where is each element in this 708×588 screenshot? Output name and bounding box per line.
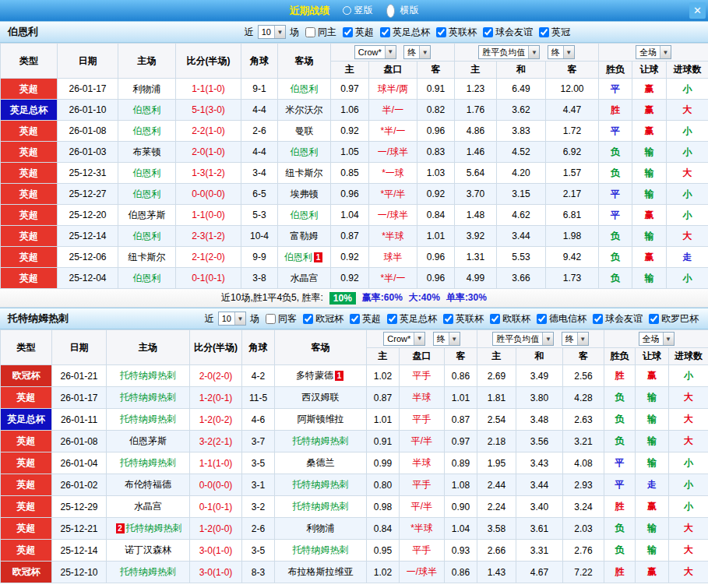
eu-draw-odds-cell: 3.44	[497, 226, 546, 247]
subcol-goals: 进球数	[667, 62, 708, 79]
filter-checkbox-欧冠杯[interactable]	[303, 314, 313, 324]
filter-checkbox-欧罗巴杯[interactable]	[649, 314, 659, 324]
handicap-result-cell: 输	[636, 452, 669, 474]
league-cell: 英超	[1, 121, 58, 142]
eu-home-odds-cell: 2.54	[477, 409, 516, 431]
subcol-ah-away: 客	[445, 348, 477, 365]
red-card-badge: 2	[116, 523, 125, 533]
asian-odds-time-select[interactable]: 终▼	[403, 45, 431, 59]
match-row: 英超25-12-14伯恩利2-3(1-2)10-4富勒姆0.87*半球1.013…	[1, 226, 708, 247]
filter-checkbox-英超[interactable]	[350, 314, 360, 324]
date-cell: 26-01-17	[58, 79, 118, 100]
col-header-home: 主场	[118, 44, 176, 79]
red-card-badge: 1	[314, 252, 322, 262]
section-burnley: 伯恩利 近10▼场同主英超英足总杯英联杯球会友谊英冠 类型 日期 主场 比分(半…	[0, 21, 708, 308]
goals-result-cell: 大	[669, 562, 708, 583]
subcol-result: 胜负	[599, 62, 632, 79]
match-count-select[interactable]: 10▼	[218, 312, 246, 326]
fulltime-select[interactable]: 全场▼	[636, 45, 671, 59]
section-header: 伯恩利 近10▼场同主英超英足总杯英联杯球会友谊英冠	[0, 21, 708, 43]
close-icon[interactable]: ✕	[689, 2, 706, 19]
corner-cell: 3-4	[241, 163, 278, 184]
filter-checkbox-英联杯[interactable]	[443, 314, 453, 324]
ah-home-odds-cell: 0.97	[331, 79, 369, 100]
league-cell: 英超	[1, 268, 58, 289]
subcol-ah-away: 客	[417, 62, 455, 79]
filter-checkbox-英超[interactable]	[343, 27, 353, 37]
handicap-cell: *半/一	[369, 268, 417, 289]
match-count-select[interactable]: 10▼	[258, 25, 286, 39]
section-header: 托特纳姆热刺 近10▼场同客欧冠杯英超英足总杯英联杯欧联杯德电信杯球会友谊欧罗巴…	[0, 308, 708, 329]
handicap-cell: *一球	[369, 163, 417, 184]
filter-checkbox-英联杯[interactable]	[436, 27, 446, 37]
eu-draw-odds-cell: 4.20	[497, 163, 546, 184]
filter-label: 英联杯	[456, 312, 484, 326]
corner-cell: 3-7	[242, 431, 275, 452]
ah-away-odds-cell: 0.89	[445, 452, 477, 474]
filter-checkbox-欧联杯[interactable]	[490, 314, 500, 324]
corner-cell: 9-9	[241, 247, 278, 268]
eu-home-odds-cell: 4.86	[455, 121, 497, 142]
away-team-cell: 多特蒙德1	[275, 365, 367, 387]
euro-odds-time-select[interactable]: 终▼	[548, 45, 575, 59]
eu-away-odds-cell: 2.56	[563, 365, 604, 387]
away-team-cell: 布拉格斯拉维亚	[275, 562, 367, 583]
ah-home-odds-cell: 0.92	[331, 121, 369, 142]
handicap-cell: 半球	[400, 387, 445, 409]
ah-home-odds-cell: 0.92	[331, 247, 369, 268]
ah-home-odds-cell: 0.95	[367, 540, 400, 562]
ah-home-odds-cell: 0.91	[367, 431, 400, 452]
ah-home-odds-cell: 1.02	[367, 365, 400, 387]
filter-checkbox-球会友谊[interactable]	[593, 314, 603, 324]
league-cell: 英超	[1, 474, 52, 496]
subcol-ah-home: 主	[331, 62, 369, 79]
asian-odds-time-select[interactable]: 终▼	[433, 332, 460, 346]
filter-label: 英联杯	[449, 26, 477, 39]
league-cell: 英超	[1, 518, 52, 540]
eu-away-odds-cell: 7.22	[563, 562, 604, 583]
match-row: 英超26-01-04托特纳姆热刺1-1(1-0)3-5桑德兰0.99半球0.89…	[1, 452, 708, 474]
date-cell: 26-01-11	[52, 409, 107, 431]
filter-checkbox-英足总杯[interactable]	[387, 314, 397, 324]
filter-checkbox-同主[interactable]	[305, 27, 315, 37]
home-team-cell: 伯恩茅斯	[107, 431, 190, 452]
corner-cell: 4-2	[242, 365, 275, 387]
bookmaker-select[interactable]: Crow*▼	[383, 332, 425, 346]
goals-result-cell: 小	[667, 142, 708, 163]
ah-away-odds-cell: 1.01	[417, 226, 455, 247]
eu-draw-odds-cell: 3.61	[516, 518, 563, 540]
filter-checkbox-同客[interactable]	[266, 314, 276, 324]
goals-result-cell: 小	[667, 79, 708, 100]
league-cell: 英超	[1, 431, 52, 452]
panel-title: 近期战绩	[290, 4, 330, 18]
filter-label: 球会友谊	[605, 312, 643, 326]
date-cell: 25-12-31	[58, 163, 118, 184]
date-cell: 26-01-08	[52, 431, 107, 452]
score-cell: 2-0(1-0)	[176, 142, 241, 163]
score-cell: 1-2(0-0)	[190, 518, 242, 540]
filter-checkbox-球会友谊[interactable]	[483, 27, 493, 37]
filter-checkbox-德电信杯[interactable]	[537, 314, 547, 324]
handicap-cell: *半球	[400, 518, 445, 540]
score-cell: 5-1(3-0)	[176, 100, 241, 121]
filter-checkbox-英足总杯[interactable]	[380, 27, 390, 37]
euro-odds-select[interactable]: 胜平负均值▼	[492, 332, 554, 346]
bookmaker-select[interactable]: Crow*▼	[354, 45, 396, 59]
filter-checkbox-英冠[interactable]	[539, 27, 549, 37]
goals-result-cell: 小	[667, 184, 708, 205]
radio-vertical-layout[interactable]: 竖版	[343, 4, 373, 17]
ah-home-odds-cell: 1.01	[367, 409, 400, 431]
league-cell: 欧冠杯	[1, 365, 52, 387]
euro-odds-select[interactable]: 胜平负均值▼	[478, 45, 540, 59]
radio-horizontal-layout[interactable]: 横版	[384, 4, 419, 18]
handicap-cell: 平/半	[400, 431, 445, 452]
ah-away-odds-cell: 1.01	[445, 387, 477, 409]
euro-odds-time-select[interactable]: 终▼	[562, 332, 589, 346]
league-cell: 英超	[1, 496, 52, 518]
fulltime-select[interactable]: 全场▼	[639, 332, 675, 346]
league-cell: 英超	[1, 387, 52, 409]
eu-away-odds-cell: 1.72	[546, 121, 599, 142]
chevron-down-icon: ▼	[663, 333, 674, 345]
corner-cell: 6-5	[241, 184, 278, 205]
corner-cell: 3-5	[242, 452, 275, 474]
